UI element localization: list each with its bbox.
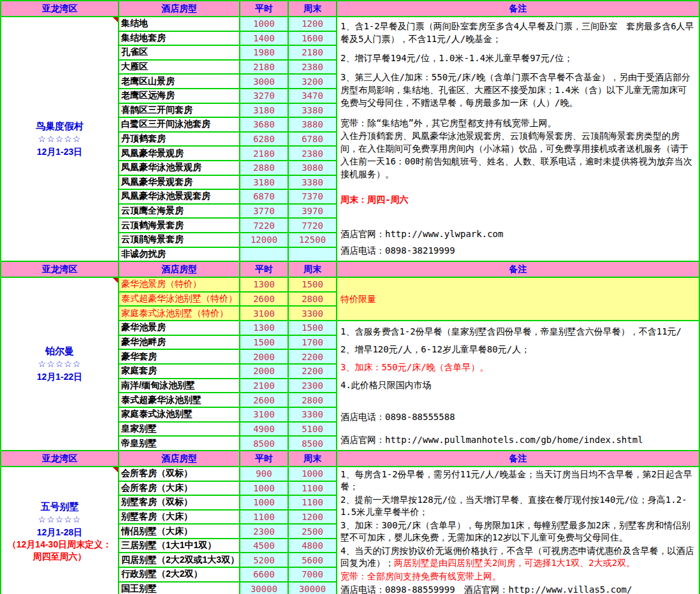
room-type-cell[interactable]: 行政别墅（2大2双）	[119, 568, 240, 581]
room-type-cell[interactable]: 豪华池畔房	[119, 336, 240, 349]
weekend-price-cell[interactable]: 8500	[289, 437, 337, 450]
weekend-price-cell[interactable]: 2800	[289, 393, 337, 407]
weekend-price-cell[interactable]: 4800	[289, 539, 337, 553]
weekday-price-cell[interactable]: 2880	[240, 161, 289, 175]
room-type-cell[interactable]: 孔雀区	[119, 46, 240, 59]
room-type-cell[interactable]: 老鹰区远海房	[119, 89, 240, 103]
weekend-price-cell[interactable]: 3880	[289, 118, 337, 131]
weekend-price-cell[interactable]: 1500	[289, 278, 337, 291]
header-cell-region[interactable]: 亚龙湾区	[1, 451, 119, 466]
weekday-price-cell[interactable]: 8500	[240, 437, 289, 450]
weekend-price-cell[interactable]: 7000	[289, 568, 337, 581]
weekend-price-cell[interactable]: 3200	[289, 75, 337, 88]
weekday-price-cell[interactable]: 1000	[240, 17, 289, 31]
room-type-cell[interactable]: 南洋/缅甸泳池别墅	[119, 379, 240, 393]
header-cell-notes[interactable]: 备注	[337, 262, 699, 277]
room-type-cell[interactable]: 云顶鹃海景套房	[119, 233, 240, 247]
comment-indicator-icon[interactable]	[113, 17, 118, 22]
header-cell-weekday[interactable]: 平时	[240, 1, 289, 16]
comment-indicator-icon[interactable]	[113, 467, 118, 472]
weekend-price-cell[interactable]: 3300	[289, 307, 337, 320]
weekend-price-cell[interactable]: 1700	[289, 336, 337, 349]
weekend-price-cell[interactable]: 7720	[289, 219, 337, 232]
room-type-cell[interactable]: 会所客房（双标）	[119, 467, 240, 481]
room-type-cell[interactable]: 三居别墅（1大1中1双）	[119, 539, 240, 553]
room-type-cell[interactable]: 别墅客房（大床）	[119, 511, 240, 524]
weekday-price-cell[interactable]: 7220	[240, 219, 289, 232]
weekday-price-cell[interactable]: 1000	[240, 482, 289, 495]
weekday-price-cell[interactable]: 3180	[240, 104, 289, 117]
weekday-price-cell[interactable]: 4500	[240, 539, 289, 553]
weekday-price-cell[interactable]: 3180	[240, 176, 289, 189]
room-type-cell[interactable]: 云顶鹰全海景房	[119, 205, 240, 218]
weekend-price-cell[interactable]: 1500	[289, 321, 337, 335]
room-type-cell[interactable]: 喜鹊区三开间套房	[119, 104, 240, 117]
weekend-price-cell[interactable]: 2300	[289, 379, 337, 393]
room-type-cell[interactable]: 集结地套房	[119, 32, 240, 45]
weekday-price-cell[interactable]	[240, 248, 289, 261]
weekend-price-cell[interactable]: 1200	[289, 511, 337, 524]
weekend-price-cell[interactable]: 3380	[289, 104, 337, 117]
weekday-price-cell[interactable]: 3100	[240, 307, 289, 320]
room-type-cell[interactable]: 家庭泰式泳池别墅（特价）	[119, 307, 240, 320]
weekday-price-cell[interactable]: 2600	[240, 293, 289, 306]
header-cell-room-type[interactable]: 酒店房型	[119, 1, 240, 16]
room-type-cell[interactable]: 别墅客房（双标）	[119, 496, 240, 509]
weekday-price-cell[interactable]: 1980	[240, 46, 289, 59]
weekend-price-cell[interactable]: 1200	[289, 17, 337, 31]
weekday-price-cell[interactable]: 1500	[240, 336, 289, 349]
room-type-cell[interactable]: 凤凰豪华泳池景观套房	[119, 190, 240, 203]
hotel-info-cell[interactable]: 鸟巢度假村 ☆☆☆☆☆ 12月1-23日	[1, 17, 119, 261]
weekend-price-cell[interactable]: 1600	[289, 32, 337, 45]
weekday-price-cell[interactable]: 2600	[240, 393, 289, 407]
weekday-price-cell[interactable]: 6600	[240, 568, 289, 581]
header-cell-weekend[interactable]: 周末	[289, 1, 337, 16]
room-type-cell[interactable]: 家庭泰式泳池别墅	[119, 408, 240, 421]
weekend-price-cell[interactable]: 3080	[289, 161, 337, 175]
hotel-info-cell[interactable]: 五号别墅 ☆☆☆☆☆ 12月1-28日 （12月14-30日周末定义：周四至周六…	[1, 467, 119, 594]
weekend-price-cell[interactable]: 6780	[289, 133, 337, 146]
weekend-price-cell[interactable]: 3470	[289, 89, 337, 103]
weekday-price-cell[interactable]: 2180	[240, 147, 289, 160]
room-type-cell[interactable]: 家庭套房	[119, 365, 240, 378]
weekday-price-cell[interactable]: 3680	[240, 118, 289, 131]
weekday-price-cell[interactable]: 2300	[240, 525, 289, 538]
weekday-price-cell[interactable]: 3100	[240, 408, 289, 421]
weekday-price-cell[interactable]: 1000	[240, 496, 289, 509]
weekday-price-cell[interactable]: 1300	[240, 278, 289, 291]
weekend-price-cell[interactable]: 12500	[289, 233, 337, 247]
header-cell-weekend[interactable]: 周末	[289, 262, 337, 277]
room-type-cell[interactable]: 豪华池景房（特价）	[119, 278, 240, 291]
room-type-cell[interactable]: 泰式超豪华泳池别墅	[119, 393, 240, 407]
weekend-price-cell[interactable]: 2800	[289, 293, 337, 306]
header-cell-region[interactable]: 亚龙湾区	[1, 262, 119, 277]
room-type-cell[interactable]: 皇家别墅	[119, 423, 240, 436]
weekend-price-cell[interactable]: 3970	[289, 205, 337, 218]
weekday-price-cell[interactable]: 2180	[240, 61, 289, 74]
weekday-price-cell[interactable]: 12000	[240, 233, 289, 247]
room-type-cell[interactable]: 大雁区	[119, 61, 240, 74]
weekday-price-cell[interactable]: 4900	[240, 423, 289, 436]
weekend-price-cell[interactable]: 2380	[289, 147, 337, 160]
weekend-price-cell[interactable]: 1000	[289, 467, 337, 481]
weekday-price-cell[interactable]: 2100	[240, 379, 289, 393]
room-type-cell[interactable]: 国王别墅	[119, 583, 240, 594]
weekend-price-cell[interactable]: 2200	[289, 365, 337, 378]
room-type-cell[interactable]: 凤凰豪华泳池景观房	[119, 161, 240, 175]
notes-cell[interactable]: 1、每房含1-2份早餐，需另付11元/人/晚基金；当天订房当日均不含早餐，第2日…	[337, 467, 699, 594]
weekend-price-cell[interactable]: 7370	[289, 190, 337, 203]
comment-indicator-icon[interactable]	[113, 278, 118, 283]
weekend-price-cell[interactable]: 1100	[289, 496, 337, 509]
header-cell-room-type[interactable]: 酒店房型	[119, 451, 240, 466]
weekday-price-cell[interactable]: 1400	[240, 32, 289, 45]
room-type-cell[interactable]: 四居别墅（2大2双或1大3双）	[119, 553, 240, 567]
weekend-price-cell[interactable]: 3300	[289, 408, 337, 421]
weekend-price-cell[interactable]: 3380	[289, 176, 337, 189]
hotel-info-cell[interactable]: 铂尔曼 ☆☆☆☆☆ 12月1-22日	[1, 278, 119, 450]
weekend-price-cell[interactable]: 1100	[289, 482, 337, 495]
weekday-price-cell[interactable]: 3770	[240, 205, 289, 218]
weekday-price-cell[interactable]: 6870	[240, 190, 289, 203]
notes-cell[interactable]: 特价限量1、含服务费含1-2份早餐（皇家别墅含四份早餐，帝皇别墅含六份早餐），不…	[337, 278, 699, 450]
header-cell-notes[interactable]: 备注	[337, 451, 699, 466]
weekday-price-cell[interactable]: 3270	[240, 89, 289, 103]
